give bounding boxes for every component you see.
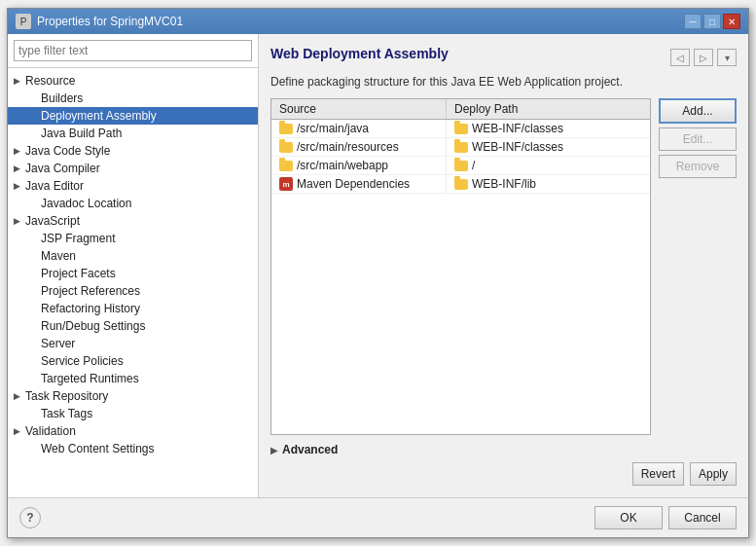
table-row[interactable]: /src/main/resources WEB-INF/classes [271, 138, 650, 157]
sidebar-item-service-policies[interactable]: Service Policies [8, 352, 258, 370]
title-bar: P Properties for SpringMVC01 ─ □ ✕ [8, 9, 748, 34]
sidebar-item-javascript[interactable]: ▶ JavaScript [8, 212, 258, 230]
table-body: /src/main/java WEB-INF/classes [271, 120, 650, 431]
sidebar-item-task-repository[interactable]: ▶ Task Repository [8, 387, 258, 405]
folder-icon [454, 161, 468, 171]
source-column-header: Source [271, 99, 447, 119]
right-header-row: Web Deployment Assembly ◁ ▷ ▾ [270, 46, 737, 69]
source-cell-0: /src/main/java [271, 120, 447, 137]
left-panel: ▶ Resource Builders Deployment Assembly [8, 34, 259, 497]
sidebar-item-jsp-fragment[interactable]: JSP Fragment [8, 230, 258, 247]
expand-icon: ▶ [14, 76, 25, 86]
sidebar-item-project-facets[interactable]: Project Facets [8, 265, 258, 282]
remove-button[interactable]: Remove [659, 155, 737, 178]
revert-apply-area: Revert Apply [270, 462, 737, 486]
advanced-label: Advanced [282, 443, 338, 456]
sidebar-item-resource[interactable]: ▶ Resource [8, 72, 258, 90]
maven-icon: m [279, 177, 293, 191]
sidebar-item-run-debug-settings[interactable]: Run/Debug Settings [8, 317, 258, 335]
right-panel: Web Deployment Assembly ◁ ▷ ▾ Define pac… [259, 34, 748, 497]
table-row[interactable]: m Maven Dependencies WEB-INF/lib [271, 175, 650, 194]
sidebar-item-java-build-path[interactable]: Java Build Path [8, 125, 258, 142]
expand-icon: ▶ [14, 146, 25, 156]
expand-icon: ▶ [14, 181, 25, 191]
help-button[interactable]: ? [19, 507, 41, 528]
folder-icon [279, 124, 293, 134]
assembly-table: Source Deploy Path /src/main/java [270, 98, 651, 435]
panel-title: Web Deployment Assembly [270, 46, 449, 61]
expand-icon: ▶ [14, 216, 25, 226]
sidebar-item-validation[interactable]: ▶ Validation [8, 422, 258, 440]
deploy-path-column-header: Deploy Path [447, 99, 650, 119]
table-row[interactable]: /src/main/java WEB-INF/classes [271, 120, 650, 138]
title-bar-left: P Properties for SpringMVC01 [16, 14, 183, 29]
deploy-cell-1: WEB-INF/classes [447, 138, 650, 156]
expand-icon: ▶ [14, 164, 25, 173]
sidebar-item-javadoc-location[interactable]: Javadoc Location [8, 195, 258, 212]
panel-description: Define packaging structure for this Java… [270, 75, 737, 89]
dialog-content: ▶ Resource Builders Deployment Assembly [8, 34, 748, 537]
nav-buttons: ◁ ▷ ▾ [670, 49, 737, 66]
source-cell-2: /src/main/webapp [271, 157, 447, 174]
sidebar-item-java-compiler[interactable]: ▶ Java Compiler [8, 160, 258, 177]
sidebar-item-project-references[interactable]: Project References [8, 282, 258, 300]
sidebar-item-deployment-assembly[interactable]: Deployment Assembly [8, 107, 258, 125]
deploy-cell-0: WEB-INF/classes [447, 120, 650, 137]
filter-input[interactable] [14, 40, 252, 61]
back-button[interactable]: ◁ [670, 49, 690, 66]
source-cell-3: m Maven Dependencies [271, 175, 447, 193]
sidebar-item-server[interactable]: Server [8, 335, 258, 352]
apply-button[interactable]: Apply [690, 462, 737, 486]
filter-box [8, 34, 258, 68]
folder-icon [454, 179, 468, 190]
ok-button[interactable]: OK [594, 506, 663, 529]
properties-dialog: P Properties for SpringMVC01 ─ □ ✕ ▶ Re [7, 8, 749, 538]
cancel-button[interactable]: Cancel [668, 506, 737, 529]
window-controls: ─ □ ✕ [684, 14, 740, 29]
edit-button[interactable]: Edit... [659, 127, 737, 151]
forward-button[interactable]: ▷ [694, 49, 713, 66]
add-button[interactable]: Add... [659, 98, 737, 124]
maximize-button[interactable]: □ [703, 14, 721, 29]
table-header: Source Deploy Path [271, 99, 650, 120]
sidebar-item-maven[interactable]: Maven [8, 247, 258, 265]
bottom-buttons: OK Cancel [594, 506, 737, 529]
source-cell-1: /src/main/resources [271, 138, 447, 156]
main-area: ▶ Resource Builders Deployment Assembly [8, 34, 748, 497]
side-buttons: Add... Edit... Remove [659, 98, 737, 435]
minimize-button[interactable]: ─ [684, 14, 702, 29]
expand-icon: ▶ [14, 426, 25, 436]
deploy-cell-3: WEB-INF/lib [447, 175, 650, 193]
window-title: Properties for SpringMVC01 [37, 15, 183, 28]
advanced-arrow-icon: ▶ [270, 445, 278, 455]
nav-dropdown-button[interactable]: ▾ [717, 49, 737, 66]
folder-icon [279, 161, 293, 171]
table-and-buttons: Source Deploy Path /src/main/java [270, 98, 737, 435]
sidebar-item-web-content-settings[interactable]: Web Content Settings [8, 440, 258, 457]
sidebar-item-task-tags[interactable]: Task Tags [8, 405, 258, 422]
folder-icon [279, 142, 293, 153]
folder-icon [454, 142, 468, 153]
sidebar-item-java-code-style[interactable]: ▶ Java Code Style [8, 142, 258, 160]
folder-icon [454, 124, 468, 134]
sidebar-item-refactoring-history[interactable]: Refactoring History [8, 300, 258, 317]
sidebar-item-builders[interactable]: Builders [8, 90, 258, 107]
close-button[interactable]: ✕ [723, 14, 740, 29]
table-row[interactable]: /src/main/webapp / [271, 157, 650, 175]
app-icon: P [16, 14, 31, 29]
deploy-cell-2: / [447, 157, 650, 174]
tree-area: ▶ Resource Builders Deployment Assembly [8, 68, 258, 497]
sidebar-item-java-editor[interactable]: ▶ Java Editor [8, 177, 258, 195]
sidebar-item-targeted-runtimes[interactable]: Targeted Runtimes [8, 370, 258, 387]
expand-icon: ▶ [14, 391, 25, 401]
revert-button[interactable]: Revert [632, 462, 684, 486]
dialog-bottom: ? OK Cancel [8, 497, 748, 537]
advanced-section[interactable]: ▶ Advanced [270, 443, 737, 456]
